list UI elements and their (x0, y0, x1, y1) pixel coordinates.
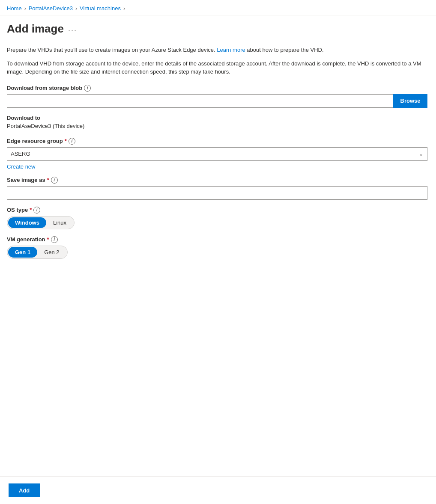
download-from-blob-label-text: Download from storage blob (7, 85, 82, 91)
footer-bar: Add (0, 476, 436, 504)
vm-generation-gen2-option[interactable]: Gen 2 (37, 247, 66, 258)
os-type-required: * (30, 207, 32, 213)
description-text-1: Prepare the VHDs that you'll use to crea… (7, 46, 427, 54)
download-to-label: Download to (7, 115, 427, 121)
vm-generation-required: * (47, 236, 49, 243)
vm-generation-field: VM generation * i Gen 1 Gen 2 (7, 236, 427, 259)
edge-resource-group-field: Edge resource group * i ASERG ⌄ Create n… (7, 138, 427, 170)
blob-input-row: Browse (7, 94, 427, 108)
save-image-as-label: Save image as * i (7, 177, 427, 184)
breadcrumb-sep-3: › (123, 6, 125, 12)
description-text-2: To download VHD from storage account to … (7, 59, 427, 76)
add-button[interactable]: Add (9, 483, 40, 497)
os-type-info-icon[interactable]: i (33, 207, 40, 213)
description-text-1-before: Prepare the VHDs that you'll use to crea… (7, 47, 217, 53)
breadcrumb-sep-1: › (24, 6, 26, 12)
os-type-label-text: OS type (7, 207, 28, 213)
os-type-toggle-group: Windows Linux (7, 216, 75, 229)
download-from-blob-label: Download from storage blob i (7, 85, 427, 92)
vm-generation-label: VM generation * i (7, 236, 427, 243)
download-from-blob-field: Download from storage blob i Browse (7, 85, 427, 108)
breadcrumb: Home › PortalAseDevice3 › Virtual machin… (0, 0, 436, 15)
os-type-linux-option[interactable]: Linux (46, 217, 73, 228)
vm-generation-info-icon[interactable]: i (51, 236, 58, 243)
edge-resource-group-info-icon[interactable]: i (69, 138, 75, 145)
breadcrumb-home[interactable]: Home (7, 5, 22, 12)
description-section: Prepare the VHDs that you'll use to crea… (7, 46, 427, 76)
os-type-windows-option[interactable]: Windows (8, 217, 46, 228)
vm-generation-toggle-group: Gen 1 Gen 2 (7, 246, 68, 259)
edge-resource-group-label: Edge resource group * i (7, 138, 427, 145)
os-type-field: OS type * i Windows Linux (7, 207, 427, 229)
download-from-blob-input[interactable] (7, 94, 393, 108)
description-text-1-after: about how to prepare the VHD. (245, 47, 324, 53)
edge-resource-group-label-text: Edge resource group (7, 138, 63, 144)
save-image-as-info-icon[interactable]: i (51, 177, 58, 184)
main-content: Add image ... Prepare the VHDs that you'… (0, 15, 436, 476)
download-to-value: PortalAseDevice3 (This device) (7, 123, 427, 129)
form-section: Download from storage blob i Browse Down… (7, 85, 427, 266)
vm-generation-gen1-option[interactable]: Gen 1 (8, 247, 37, 258)
save-image-as-label-text: Save image as (7, 177, 45, 183)
page-title: Add image (7, 22, 64, 36)
download-to-field: Download to PortalAseDevice3 (This devic… (7, 115, 427, 129)
save-image-as-required: * (47, 177, 49, 183)
breadcrumb-device[interactable]: PortalAseDevice3 (29, 5, 73, 12)
os-type-label: OS type * i (7, 207, 427, 213)
edge-resource-group-required: * (65, 138, 67, 144)
learn-more-link[interactable]: Learn more (217, 47, 245, 53)
page-container: Home › PortalAseDevice3 › Virtual machin… (0, 0, 436, 504)
vm-generation-label-text: VM generation (7, 236, 45, 243)
browse-button[interactable]: Browse (393, 94, 427, 108)
breadcrumb-vms[interactable]: Virtual machines (80, 5, 121, 12)
page-title-row: Add image ... (7, 22, 427, 36)
breadcrumb-sep-2: › (75, 6, 77, 12)
create-new-link[interactable]: Create new (7, 163, 35, 170)
save-image-as-input[interactable] (7, 186, 427, 200)
download-from-blob-info-icon[interactable]: i (84, 85, 91, 92)
more-options-button[interactable]: ... (68, 24, 77, 33)
edge-resource-group-select-container: ASERG ⌄ (7, 147, 427, 161)
save-image-as-field: Save image as * i (7, 177, 427, 200)
edge-resource-group-select[interactable]: ASERG (7, 147, 427, 161)
